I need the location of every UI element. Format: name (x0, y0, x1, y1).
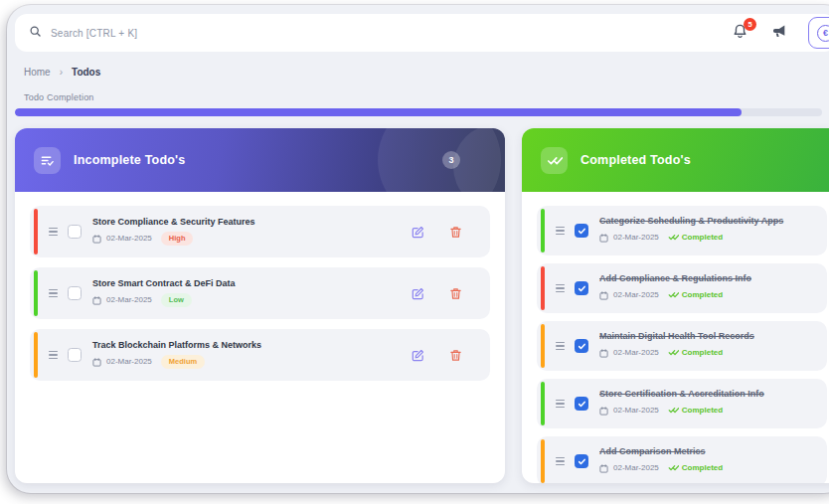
notifications-button[interactable]: 5 (731, 24, 748, 42)
completed-todo-list: Categorize Scheduling & Productivity App… (522, 192, 829, 483)
todo-row: Categorize Scheduling & Productivity App… (537, 206, 827, 255)
todo-row: Store Compliance & Security Features 02-… (30, 206, 490, 257)
priority-accent-bar (34, 270, 38, 316)
notification-count-badge: 5 (744, 18, 756, 31)
delete-icon[interactable] (448, 348, 462, 362)
todo-title: Add Comparison Metrics (599, 446, 723, 456)
calendar-icon (599, 229, 608, 247)
priority-badge: High (161, 232, 194, 246)
drag-handle-icon[interactable] (49, 351, 58, 359)
list-check-icon (34, 147, 61, 174)
completed-label: Completed (682, 463, 723, 472)
completed-label: Completed (682, 348, 723, 357)
todo-checkbox[interactable] (68, 348, 82, 362)
completed-status: Completed (668, 290, 723, 299)
completed-panel-header: Completed Todo's (522, 128, 829, 192)
row-actions (411, 225, 478, 239)
todo-date: 02-Mar-2025 (106, 295, 152, 304)
double-check-icon (668, 348, 679, 357)
incomplete-todo-list: Store Compliance & Security Features 02-… (15, 192, 505, 395)
completed-status: Completed (668, 406, 723, 415)
incomplete-count-badge: 3 (442, 151, 460, 169)
completed-status: Completed (668, 233, 723, 242)
todo-title: Categorize Scheduling & Productivity App… (599, 216, 783, 226)
breadcrumb-home-link[interactable]: Home (24, 67, 51, 78)
todo-panels: Incomplete Todo's 3 Store Compliance & S… (15, 128, 829, 483)
todo-meta: 02-Mar-2025 Low (92, 291, 236, 309)
search-input[interactable]: Search [CTRL + K] (29, 24, 137, 42)
currency-selector-button[interactable]: € (808, 17, 829, 49)
priority-badge: Low (161, 293, 192, 307)
search-placeholder: Search [CTRL + K] (51, 28, 137, 39)
double-check-icon (541, 147, 568, 174)
drag-handle-icon[interactable] (49, 228, 58, 236)
breadcrumb-current: Todos (72, 67, 100, 78)
row-actions (411, 348, 478, 362)
todo-checkbox[interactable] (68, 225, 82, 239)
calendar-icon (599, 459, 608, 477)
announcements-button[interactable] (769, 24, 787, 42)
edit-icon[interactable] (411, 225, 424, 239)
todo-body: Store Smart Contract & DeFi Data 02-Mar-… (92, 278, 236, 309)
todo-title: Add Compliance & Regulations Info (599, 273, 751, 283)
todo-meta: 02-Mar-2025 Completed (599, 344, 754, 362)
todo-date: 02-Mar-2025 (613, 233, 659, 242)
todo-body: Maintain Digital Health Tool Records 02-… (599, 331, 754, 362)
todo-checkbox-checked[interactable] (575, 339, 588, 353)
breadcrumb: Home › Todos (24, 67, 829, 78)
priority-accent-bar (541, 266, 545, 310)
todo-row: Store Certification & Accreditation Info… (537, 379, 827, 428)
calendar-icon (92, 353, 101, 371)
drag-handle-icon[interactable] (556, 284, 565, 292)
calendar-icon (92, 230, 101, 248)
edit-icon[interactable] (411, 348, 424, 362)
double-check-icon (668, 233, 679, 242)
todo-meta: 02-Mar-2025 High (92, 230, 255, 248)
todo-completion-progressbar (15, 108, 822, 116)
calendar-icon (599, 286, 608, 304)
delete-icon[interactable] (448, 225, 462, 239)
todo-checkbox-checked[interactable] (575, 281, 588, 295)
search-icon (29, 24, 42, 42)
todo-checkbox[interactable] (68, 286, 82, 300)
priority-accent-bar (541, 382, 545, 425)
todo-body: Add Compliance & Regulations Info 02-Mar… (599, 273, 751, 304)
todo-date: 02-Mar-2025 (613, 348, 659, 357)
delete-icon[interactable] (448, 286, 462, 300)
incomplete-panel-header: Incomplete Todo's 3 (15, 128, 505, 192)
drag-handle-icon[interactable] (556, 342, 565, 350)
todo-row: Store Smart Contract & DeFi Data 02-Mar-… (30, 267, 490, 319)
todo-row: Maintain Digital Health Tool Records 02-… (537, 321, 827, 371)
todo-checkbox-checked[interactable] (575, 454, 588, 468)
todo-meta: 02-Mar-2025 Completed (599, 229, 783, 247)
todo-body: Store Certification & Accreditation Info… (599, 389, 764, 420)
double-check-icon (668, 290, 679, 299)
todo-row: Track Blockchain Platforms & Networks 02… (30, 329, 490, 381)
todo-date: 02-Mar-2025 (106, 357, 152, 366)
todo-title: Store Smart Contract & DeFi Data (92, 278, 236, 288)
todo-date: 02-Mar-2025 (106, 234, 152, 243)
double-check-icon (668, 406, 679, 415)
todo-meta: 02-Mar-2025 Completed (599, 402, 764, 420)
todo-body: Add Comparison Metrics 02-Mar-2025 Compl… (599, 446, 723, 477)
drag-handle-icon[interactable] (49, 289, 58, 297)
row-actions (411, 286, 478, 300)
todo-checkbox-checked[interactable] (575, 224, 588, 238)
todo-title: Track Blockchain Platforms & Networks (92, 340, 261, 350)
todo-checkbox-checked[interactable] (575, 397, 588, 411)
edit-icon[interactable] (411, 286, 424, 300)
calendar-icon (599, 402, 608, 420)
todo-title: Store Compliance & Security Features (92, 217, 255, 227)
drag-handle-icon[interactable] (556, 400, 565, 408)
todo-date: 02-Mar-2025 (613, 406, 659, 415)
topbar-icons: 5 € (731, 17, 829, 49)
priority-accent-bar (541, 324, 545, 368)
priority-badge: Medium (161, 355, 205, 369)
completed-label: Completed (682, 406, 723, 415)
drag-handle-icon[interactable] (556, 457, 565, 465)
incomplete-panel-title: Incomplete Todo's (74, 153, 185, 167)
drag-handle-icon[interactable] (556, 227, 565, 235)
calendar-icon (92, 291, 101, 309)
todo-date: 02-Mar-2025 (613, 463, 659, 472)
todo-row: Add Compliance & Regulations Info 02-Mar… (537, 263, 827, 313)
